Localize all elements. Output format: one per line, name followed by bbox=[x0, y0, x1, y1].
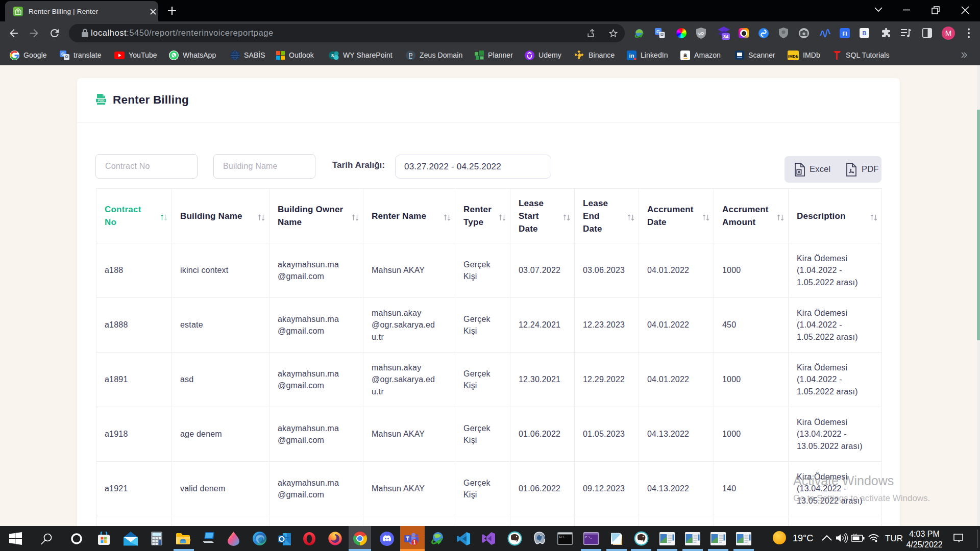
svg-text:in: in bbox=[629, 52, 634, 58]
svg-text:34: 34 bbox=[723, 34, 728, 39]
svg-text:a: a bbox=[683, 51, 687, 58]
svg-text:s: s bbox=[331, 53, 334, 58]
svg-text:P: P bbox=[408, 52, 412, 59]
svg-text:C:\_: C:\_ bbox=[559, 535, 567, 539]
svg-text:PSD: PSD bbox=[98, 98, 105, 102]
svg-text:IMDb: IMDb bbox=[788, 54, 798, 58]
svg-text:1: 1 bbox=[413, 539, 416, 545]
svg-text:B: B bbox=[863, 30, 867, 36]
svg-text:uO: uO bbox=[698, 31, 704, 36]
svg-text:FI: FI bbox=[843, 31, 847, 37]
svg-text:C:\_: C:\_ bbox=[585, 536, 593, 539]
